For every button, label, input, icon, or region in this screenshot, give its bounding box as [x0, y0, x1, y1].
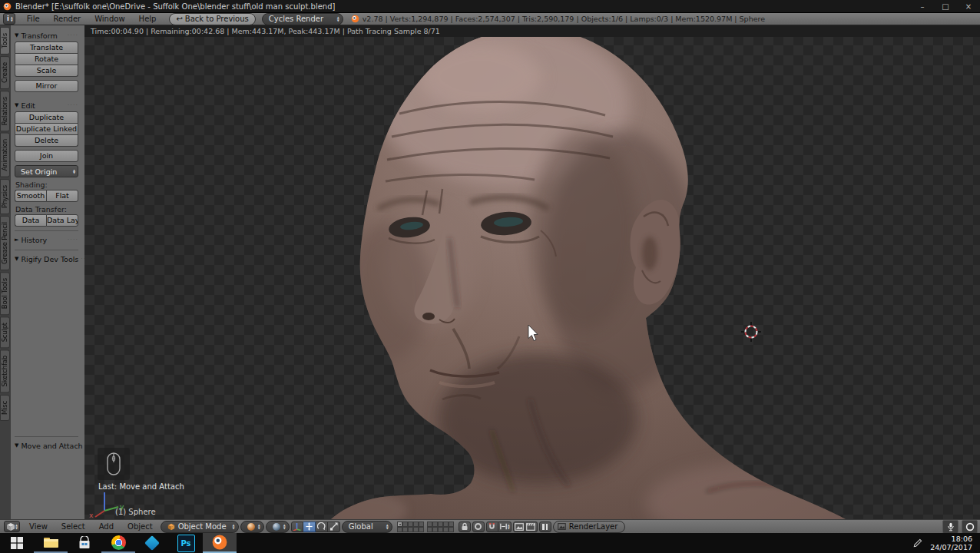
editor-type-selector[interactable]: ▲▼ — [4, 521, 20, 532]
layer-cell[interactable] — [408, 527, 413, 532]
spinner-arrows-icon: ▲▼ — [73, 169, 75, 174]
manipulator-toggle-button[interactable] — [291, 522, 303, 532]
rotate-arc-icon — [317, 522, 326, 531]
render-layer-icon — [558, 523, 566, 530]
menu-window[interactable]: Window — [88, 15, 131, 23]
layer-cell[interactable] — [432, 527, 438, 532]
tab-physics[interactable]: Physics — [0, 179, 10, 214]
set-origin-dropdown[interactable]: Set Origin ▲▼ — [15, 165, 78, 177]
tab-grease-pencil[interactable]: Grease Pencil — [0, 216, 10, 270]
menu-help[interactable]: Help — [132, 15, 164, 23]
taskbar-photoshop[interactable]: Ps — [169, 533, 203, 553]
layer-cell[interactable] — [449, 527, 454, 532]
render-still-button[interactable] — [513, 522, 525, 532]
translate-button[interactable]: Translate — [15, 41, 78, 54]
tab-bool-tools[interactable]: Bool Tools — [0, 272, 10, 315]
pause-render-button[interactable] — [539, 522, 551, 532]
menu-view[interactable]: View — [23, 522, 54, 531]
rotate-button[interactable]: Rotate — [15, 54, 78, 65]
layer-cell[interactable] — [402, 527, 408, 532]
layer-cell[interactable] — [419, 522, 424, 527]
restore-button[interactable]: □ — [934, 2, 957, 11]
layer-cell[interactable] — [443, 527, 449, 532]
pivot-point-select[interactable]: ▲▼ — [266, 521, 290, 533]
data-layout-button[interactable]: Data Layo — [46, 214, 78, 227]
taskbar-clock[interactable]: 18:06 24/07/2017 — [930, 535, 972, 551]
viewport-header: ▲▼ View Select Add Object Object Mode ▲▼… — [0, 519, 980, 533]
menu-file[interactable]: File — [20, 15, 47, 23]
render-layer-select[interactable]: RenderLayer — [553, 521, 625, 533]
taskbar-chrome[interactable] — [101, 533, 135, 553]
layer-cell[interactable] — [438, 527, 443, 532]
tab-misc[interactable]: Misc — [0, 395, 10, 421]
viewport-3d[interactable]: Time:00:04.90 | Remaining:00:42.68 | Mem… — [84, 25, 980, 519]
mode-select[interactable]: Object Mode ▲▼ — [161, 521, 239, 533]
panel-header-transform[interactable]: ▼ Transform ···· — [15, 31, 78, 40]
close-button[interactable]: × — [957, 2, 980, 11]
layer-cell[interactable] — [397, 522, 402, 527]
render-engine-select[interactable]: Cycles Render ▲▼ — [262, 13, 343, 25]
data-button[interactable]: Data — [15, 214, 46, 227]
taskbar-file-explorer[interactable] — [34, 533, 68, 553]
panel-header-rigify-dev-tools[interactable]: ▼ Rigify Dev Tools ···· — [15, 254, 78, 263]
menu-render[interactable]: Render — [47, 15, 88, 23]
viewport-shading-select[interactable]: ▲▼ — [240, 521, 264, 533]
record-button[interactable] — [962, 520, 978, 534]
scale-button[interactable]: Scale — [15, 65, 78, 77]
layer-cell[interactable] — [432, 522, 438, 527]
smooth-button[interactable]: Smooth — [15, 190, 46, 202]
duplicate-linked-button[interactable]: Duplicate Linked — [15, 124, 78, 135]
layer-cell[interactable] — [419, 527, 424, 532]
transform-orientation-select[interactable]: Global ▲▼ — [342, 521, 392, 533]
layer-cell[interactable] — [397, 527, 402, 532]
layer-cell[interactable] — [413, 527, 419, 532]
menu-add[interactable]: Add — [93, 522, 120, 531]
windows-ink-pen-icon[interactable] — [912, 538, 922, 548]
tab-create[interactable]: Create — [0, 56, 10, 89]
snap-toggle-button[interactable] — [486, 522, 498, 532]
rotate-manipulator-button[interactable] — [316, 522, 328, 532]
panel-header-edit[interactable]: ▼ Edit ···· — [15, 101, 78, 110]
snap-element-select[interactable]: ▲▼ — [498, 522, 512, 532]
taskbar-blender[interactable] — [203, 533, 237, 553]
menu-select[interactable]: Select — [55, 522, 91, 531]
panel-header-move-and-attach[interactable]: ▼ Move and Attach ···· — [15, 441, 78, 450]
layer-cell[interactable] — [427, 522, 432, 527]
layer-cell[interactable] — [438, 522, 443, 527]
render-image-icon — [515, 523, 524, 531]
layer-cell[interactable] — [413, 522, 419, 527]
mirror-button[interactable]: Mirror — [15, 80, 78, 92]
translate-manipulator-button[interactable] — [303, 522, 316, 532]
render-animation-button[interactable] — [525, 522, 538, 532]
layer-cell[interactable] — [408, 522, 413, 527]
tab-tools[interactable]: Tools — [0, 27, 10, 55]
panel-header-history[interactable]: ► History ···· — [15, 235, 78, 244]
proportional-edit-button[interactable] — [472, 522, 485, 532]
spinner-arrows-icon: ▲▼ — [258, 524, 260, 529]
join-button[interactable]: Join — [15, 150, 78, 162]
taskbar-windows-store[interactable] — [68, 533, 101, 553]
layer-cell[interactable] — [427, 527, 432, 532]
layer-cell[interactable] — [402, 522, 408, 527]
scale-manipulator-button[interactable] — [328, 522, 340, 532]
cursor-3d-icon — [740, 321, 762, 343]
tab-sketchfab[interactable]: Sketchfab — [0, 349, 10, 392]
layer-cell[interactable] — [449, 522, 454, 527]
back-to-previous-button[interactable]: ↩ Back to Previous — [169, 13, 255, 25]
microphone-button[interactable] — [942, 520, 958, 534]
tab-sculpt[interactable]: Sculpt — [0, 316, 10, 348]
duplicate-button[interactable]: Duplicate — [15, 111, 78, 124]
spinner-arrows-icon: ▲▼ — [11, 16, 13, 22]
tab-animation[interactable]: Animation — [0, 133, 10, 177]
flat-button[interactable]: Flat — [46, 190, 78, 202]
scene-lock-button[interactable] — [459, 522, 471, 532]
layer-cell[interactable] — [443, 522, 449, 527]
delete-button[interactable]: Delete — [15, 135, 78, 147]
clock-date: 24/07/2017 — [930, 543, 972, 551]
taskbar-kodi[interactable] — [135, 533, 169, 553]
menu-object[interactable]: Object — [121, 522, 159, 531]
tab-relations[interactable]: Relations — [0, 91, 10, 131]
start-button[interactable] — [0, 533, 34, 553]
editor-type-selector[interactable]: i ▲▼ — [3, 13, 15, 25]
minimize-button[interactable]: – — [911, 2, 934, 11]
